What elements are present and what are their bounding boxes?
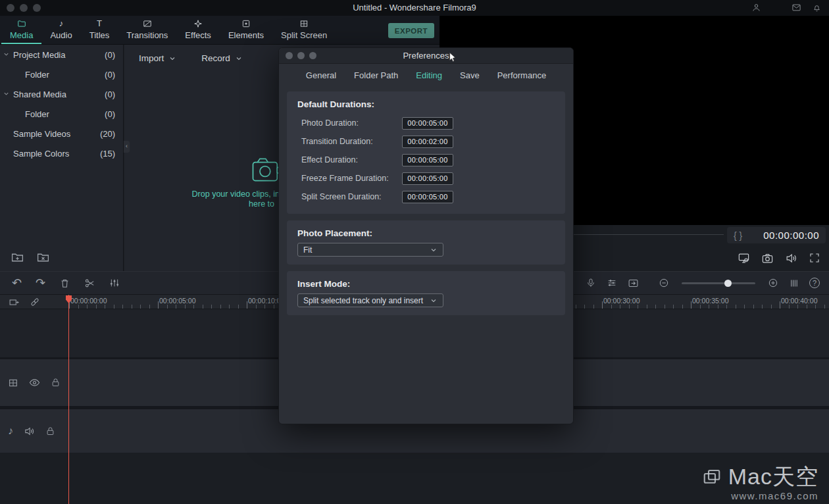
current-timecode: 00:00:00:00	[763, 230, 819, 241]
media-folder-icon	[17, 19, 26, 28]
new-folder-icon[interactable]	[11, 251, 24, 265]
split-scissors-icon[interactable]	[84, 278, 95, 289]
photo-placement-section: Photo Placement: Fit	[287, 220, 565, 265]
titles-icon: T	[97, 19, 102, 28]
redo-icon[interactable]: ↷	[36, 277, 45, 289]
preferences-titlebar: Preferences	[279, 48, 573, 64]
lock-icon[interactable]	[51, 378, 61, 388]
selected-value: Fit	[303, 245, 312, 255]
freeze-frame-duration-field[interactable]	[402, 172, 453, 185]
sidebar-item-sample-videos[interactable]: Sample Videos (20)	[0, 124, 123, 143]
effect-duration-field[interactable]	[402, 154, 453, 166]
chevron-down-icon	[430, 246, 438, 254]
default-durations-section: Default Durations: Photo Duration: Trans…	[287, 91, 565, 214]
chevron-down-icon[interactable]	[3, 51, 10, 58]
tab-label: Effects	[185, 30, 211, 40]
music-note-icon[interactable]: ♪	[8, 425, 13, 437]
record-dropdown[interactable]: Record	[201, 53, 243, 63]
watermark-url: www.mac69.com	[702, 490, 818, 501]
prefs-tab-save[interactable]: Save	[460, 70, 480, 80]
drop-zone[interactable]: Drop your video clips, in here to	[151, 189, 280, 209]
window-titlebar: Untitled - Wondershare Filmora9	[0, 0, 829, 16]
manage-tracks-icon[interactable]	[9, 297, 20, 308]
account-icon[interactable]	[751, 3, 761, 13]
site-watermark: Mac天空 www.mac69.com	[702, 462, 818, 501]
prefs-tab-general[interactable]: General	[306, 70, 336, 80]
sidebar-item-shared-media[interactable]: Shared Media (0)	[0, 84, 123, 104]
duration-row-transition: Transition Duration:	[297, 132, 555, 151]
dialog-title: Preferences	[279, 48, 573, 64]
help-icon[interactable]: ?	[809, 278, 820, 288]
duration-row-freeze-frame: Freeze Frame Duration:	[297, 169, 555, 188]
timeline-zoom-slider[interactable]	[682, 282, 755, 284]
audio-track-header: ♪	[0, 409, 68, 453]
speaker-icon[interactable]	[785, 252, 797, 265]
chevron-down-icon	[430, 297, 438, 305]
prefs-tab-folder-path[interactable]: Folder Path	[354, 70, 398, 80]
sidebar-item-sample-colors[interactable]: Sample Colors (15)	[0, 143, 123, 163]
chevron-down-icon[interactable]	[3, 90, 10, 97]
transition-duration-field[interactable]	[402, 136, 453, 148]
effects-star-icon	[193, 19, 203, 28]
mark-in-out-icon[interactable]: { }	[734, 230, 742, 241]
storyboard-grid-icon[interactable]	[8, 378, 18, 388]
timecode-display: { } 00:00:00:00	[727, 227, 826, 243]
audio-mixer-icon[interactable]	[607, 278, 617, 288]
zoom-in-icon[interactable]	[768, 278, 778, 288]
item-count: (15)	[100, 149, 123, 159]
track-height-icon[interactable]	[789, 278, 799, 288]
tab-label: Titles	[89, 30, 110, 40]
link-icon[interactable]	[30, 297, 40, 307]
tab-transitions[interactable]: Transitions	[118, 16, 176, 44]
section-heading: Insert Mode:	[297, 279, 555, 289]
display-settings-icon[interactable]	[738, 252, 750, 265]
undo-icon[interactable]: ↶	[12, 277, 22, 289]
field-label: Transition Duration:	[301, 137, 373, 146]
import-dropdown[interactable]: Import	[139, 53, 176, 63]
mute-speaker-icon[interactable]	[24, 426, 35, 437]
main-tab-bar: Media ♪ Audio T Titles Transitions Effec…	[0, 16, 440, 45]
insert-mode-select[interactable]: Split selected track only and insert	[297, 293, 443, 307]
tab-titles[interactable]: T Titles	[81, 16, 118, 44]
zoom-out-icon[interactable]	[659, 278, 669, 288]
split-screen-duration-field[interactable]	[402, 191, 453, 203]
field-label: Split Screen Duration:	[301, 192, 382, 201]
tab-audio[interactable]: ♪ Audio	[41, 16, 80, 44]
field-label: Freeze Frame Duration:	[301, 174, 389, 183]
drop-hint-line1: Drop your video clips, in	[192, 189, 280, 199]
photo-duration-field[interactable]	[402, 117, 453, 130]
sidebar-item-label: Folder	[25, 70, 49, 80]
sidebar-item-folder-1[interactable]: Folder (0)	[0, 64, 123, 84]
prefs-tab-editing[interactable]: Editing	[416, 70, 442, 80]
mail-icon[interactable]	[791, 3, 801, 13]
snapshot-camera-icon[interactable]	[761, 252, 774, 265]
sidebar-item-folder-2[interactable]: Folder (0)	[0, 104, 123, 124]
import-label: Import	[139, 53, 164, 63]
export-button[interactable]: EXPORT	[388, 23, 434, 38]
tab-label: Transitions	[126, 30, 168, 40]
sidebar-item-label: Sample Colors	[13, 149, 69, 159]
playhead-line[interactable]	[68, 295, 69, 504]
delete-icon[interactable]	[59, 278, 70, 289]
bell-icon[interactable]	[812, 3, 822, 13]
sidebar-collapse-handle[interactable]: ‹	[124, 141, 130, 153]
section-heading: Default Durations:	[297, 99, 555, 109]
render-preview-icon[interactable]	[628, 278, 639, 289]
lock-icon[interactable]	[45, 426, 55, 436]
eye-visibility-icon[interactable]	[29, 377, 40, 388]
advanced-tools-icon[interactable]	[109, 278, 120, 288]
prefs-tab-performance[interactable]: Performance	[497, 70, 546, 80]
tab-media[interactable]: Media	[1, 16, 41, 44]
fullscreen-icon[interactable]	[809, 252, 820, 264]
item-count: (20)	[100, 129, 123, 139]
tab-effects[interactable]: Effects	[176, 16, 220, 44]
tab-split-screen[interactable]: Split Screen	[272, 16, 336, 44]
tab-elements[interactable]: Elements	[220, 16, 272, 44]
voiceover-mic-icon[interactable]	[586, 278, 596, 288]
sidebar-item-label: Shared Media	[13, 89, 66, 99]
item-count: (0)	[105, 50, 123, 60]
delete-folder-icon[interactable]	[36, 251, 50, 265]
photo-placement-select[interactable]: Fit	[297, 243, 443, 257]
sidebar-item-project-media[interactable]: Project Media (0)	[0, 45, 123, 64]
zoom-slider-handle[interactable]	[724, 280, 732, 287]
